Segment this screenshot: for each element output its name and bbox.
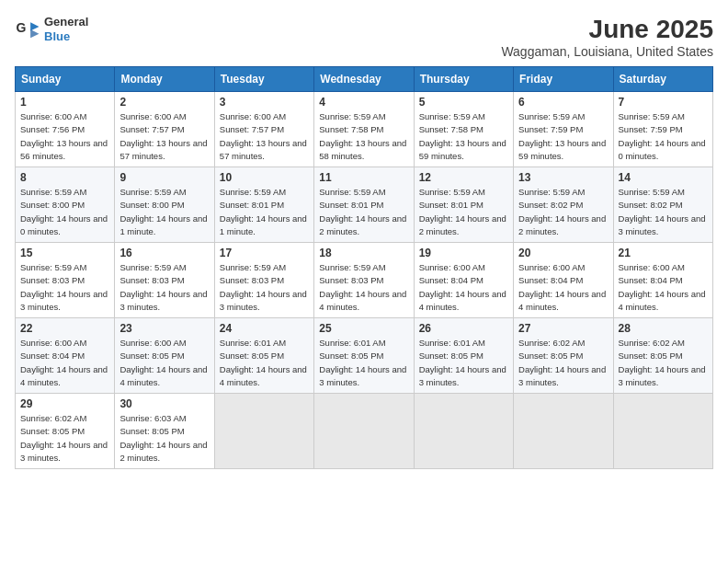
calendar-subtitle: Waggaman, Louisiana, United States <box>501 44 713 59</box>
weekday-header-cell: Tuesday <box>214 67 313 92</box>
day-number: 24 <box>220 322 309 335</box>
cell-details: Sunrise: 5:59 AMSunset: 8:03 PMDaylight:… <box>220 261 309 314</box>
sunrise-text: Sunrise: 5:59 AM <box>119 261 209 274</box>
day-number: 11 <box>319 171 408 184</box>
calendar-cell: 16Sunrise: 5:59 AMSunset: 8:03 PMDayligh… <box>115 243 214 318</box>
calendar-cell: 4Sunrise: 5:59 AMSunset: 7:58 PMDaylight… <box>314 92 414 167</box>
sunset-text: Sunset: 8:04 PM <box>518 274 608 287</box>
day-number: 8 <box>20 171 109 184</box>
weekday-header-cell: Wednesday <box>314 67 414 92</box>
daylight-text: Daylight: 14 hours and 4 minutes. <box>119 363 209 390</box>
daylight-text: Daylight: 14 hours and 3 minutes. <box>518 363 608 390</box>
calendar-cell: 15Sunrise: 5:59 AMSunset: 8:03 PMDayligh… <box>16 243 115 318</box>
day-number: 27 <box>518 322 608 335</box>
day-number: 20 <box>518 247 608 259</box>
cell-details: Sunrise: 5:59 AMSunset: 8:03 PMDaylight:… <box>319 261 408 314</box>
sunset-text: Sunset: 8:03 PM <box>319 274 408 287</box>
daylight-text: Daylight: 13 hours and 57 minutes. <box>119 137 209 164</box>
sunset-text: Sunset: 8:05 PM <box>319 350 408 362</box>
sunset-text: Sunset: 7:56 PM <box>20 123 109 136</box>
sunset-text: Sunset: 7:58 PM <box>319 123 408 136</box>
cell-details: Sunrise: 6:00 AMSunset: 8:04 PMDaylight:… <box>20 337 109 389</box>
calendar-cell: 18Sunrise: 5:59 AMSunset: 8:03 PMDayligh… <box>314 243 414 318</box>
sunset-text: Sunset: 8:04 PM <box>419 274 508 287</box>
calendar-cell: 30Sunrise: 6:03 AMSunset: 8:05 PMDayligh… <box>115 394 214 469</box>
daylight-text: Daylight: 14 hours and 3 minutes. <box>20 439 109 465</box>
calendar-cell: 13Sunrise: 5:59 AMSunset: 8:02 PMDayligh… <box>514 167 613 243</box>
day-number: 18 <box>319 247 408 259</box>
sunrise-text: Sunrise: 6:00 AM <box>119 337 209 350</box>
calendar-cell: 25Sunrise: 6:01 AMSunset: 8:05 PMDayligh… <box>314 318 414 394</box>
sunset-text: Sunset: 7:59 PM <box>518 123 608 136</box>
calendar-week-row: 22Sunrise: 6:00 AMSunset: 8:04 PMDayligh… <box>16 318 713 394</box>
sunset-text: Sunset: 7:57 PM <box>119 123 209 136</box>
daylight-text: Daylight: 14 hours and 3 minutes. <box>319 363 408 390</box>
weekday-header-cell: Sunday <box>16 67 115 92</box>
day-number: 1 <box>20 96 109 109</box>
sunset-text: Sunset: 7:59 PM <box>619 123 708 136</box>
sunset-text: Sunset: 8:05 PM <box>220 350 309 362</box>
calendar-cell: 19Sunrise: 6:00 AMSunset: 8:04 PMDayligh… <box>414 243 513 318</box>
cell-details: Sunrise: 6:01 AMSunset: 8:05 PMDaylight:… <box>419 337 508 389</box>
calendar-cell: 21Sunrise: 6:00 AMSunset: 8:04 PMDayligh… <box>613 243 712 318</box>
logo-line2: Blue <box>44 29 88 44</box>
daylight-text: Daylight: 13 hours and 59 minutes. <box>419 137 508 164</box>
title-area: June 2025 Waggaman, Louisiana, United St… <box>501 15 713 59</box>
calendar-cell: 22Sunrise: 6:00 AMSunset: 8:04 PMDayligh… <box>16 318 115 394</box>
calendar-body: 1Sunrise: 6:00 AMSunset: 7:56 PMDaylight… <box>16 92 713 469</box>
logo-line1: General <box>44 15 88 29</box>
day-number: 14 <box>619 171 708 184</box>
day-number: 4 <box>319 96 408 109</box>
sunrise-text: Sunrise: 5:59 AM <box>319 110 408 123</box>
header: G General Blue June 2025 Waggaman, Louis… <box>15 15 713 59</box>
sunrise-text: Sunrise: 6:00 AM <box>119 110 209 123</box>
sunrise-text: Sunrise: 6:00 AM <box>619 261 708 274</box>
sunrise-text: Sunrise: 6:00 AM <box>20 337 109 350</box>
calendar-cell: 27Sunrise: 6:02 AMSunset: 8:05 PMDayligh… <box>514 318 613 394</box>
cell-details: Sunrise: 6:01 AMSunset: 8:05 PMDaylight:… <box>220 337 309 389</box>
sunset-text: Sunset: 8:05 PM <box>119 425 209 438</box>
daylight-text: Daylight: 14 hours and 1 minute. <box>119 213 209 239</box>
calendar-cell: 17Sunrise: 5:59 AMSunset: 8:03 PMDayligh… <box>214 243 313 318</box>
cell-details: Sunrise: 5:59 AMSunset: 8:03 PMDaylight:… <box>119 261 209 314</box>
day-number: 22 <box>20 322 109 335</box>
cell-details: Sunrise: 6:02 AMSunset: 8:05 PMDaylight:… <box>20 412 109 465</box>
calendar-cell: 10Sunrise: 5:59 AMSunset: 8:01 PMDayligh… <box>214 167 313 243</box>
calendar-cell: 6Sunrise: 5:59 AMSunset: 7:59 PMDaylight… <box>514 92 613 167</box>
calendar-cell: 9Sunrise: 5:59 AMSunset: 8:00 PMDaylight… <box>115 167 214 243</box>
day-number: 21 <box>619 247 708 259</box>
sunset-text: Sunset: 8:02 PM <box>619 199 708 212</box>
sunset-text: Sunset: 8:03 PM <box>220 274 309 287</box>
sunset-text: Sunset: 7:58 PM <box>419 123 508 136</box>
day-number: 23 <box>119 322 209 335</box>
calendar-cell: 28Sunrise: 6:02 AMSunset: 8:05 PMDayligh… <box>613 318 712 394</box>
daylight-text: Daylight: 14 hours and 2 minutes. <box>119 439 209 465</box>
calendar-cell: 12Sunrise: 5:59 AMSunset: 8:01 PMDayligh… <box>414 167 513 243</box>
day-number: 2 <box>119 96 209 109</box>
sunset-text: Sunset: 8:03 PM <box>20 274 109 287</box>
cell-details: Sunrise: 6:00 AMSunset: 7:57 PMDaylight:… <box>220 110 309 163</box>
day-number: 12 <box>419 171 508 184</box>
sunset-text: Sunset: 8:05 PM <box>518 350 608 362</box>
daylight-text: Daylight: 14 hours and 0 minutes. <box>619 137 708 164</box>
weekday-header-row: SundayMondayTuesdayWednesdayThursdayFrid… <box>16 67 713 92</box>
sunrise-text: Sunrise: 6:01 AM <box>319 337 408 350</box>
sunset-text: Sunset: 8:05 PM <box>20 425 109 438</box>
cell-details: Sunrise: 5:59 AMSunset: 8:02 PMDaylight:… <box>518 186 608 238</box>
cell-details: Sunrise: 5:59 AMSunset: 7:59 PMDaylight:… <box>518 110 608 163</box>
sunrise-text: Sunrise: 6:02 AM <box>619 337 708 350</box>
daylight-text: Daylight: 14 hours and 4 minutes. <box>619 288 708 315</box>
weekday-header-cell: Monday <box>115 67 214 92</box>
daylight-text: Daylight: 14 hours and 4 minutes. <box>319 288 408 315</box>
svg-text:G: G <box>17 20 27 35</box>
cell-details: Sunrise: 5:59 AMSunset: 7:59 PMDaylight:… <box>619 110 708 163</box>
daylight-text: Daylight: 14 hours and 3 minutes. <box>119 288 209 315</box>
sunrise-text: Sunrise: 6:03 AM <box>119 412 209 425</box>
logo-icon: G <box>15 17 40 42</box>
sunset-text: Sunset: 8:05 PM <box>419 350 508 362</box>
cell-details: Sunrise: 6:00 AMSunset: 8:04 PMDaylight:… <box>619 261 708 314</box>
cell-details: Sunrise: 5:59 AMSunset: 8:03 PMDaylight:… <box>20 261 109 314</box>
cell-details: Sunrise: 6:00 AMSunset: 7:56 PMDaylight:… <box>20 110 109 163</box>
calendar-cell <box>613 394 712 469</box>
cell-details: Sunrise: 6:00 AMSunset: 8:04 PMDaylight:… <box>518 261 608 314</box>
